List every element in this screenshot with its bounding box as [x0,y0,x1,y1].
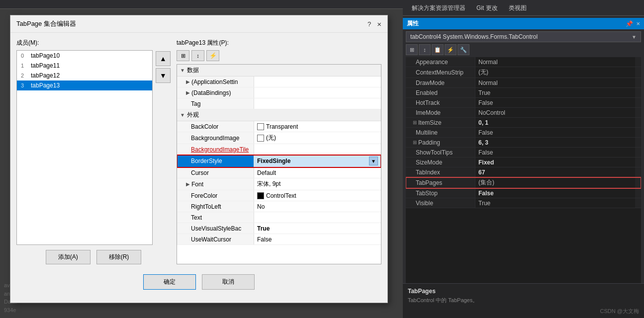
expand-icon-padding[interactable]: ⊞ [413,140,417,145]
vs-prop-value-contextmenu[interactable]: (无) [475,67,635,78]
member-item-0[interactable]: 0 tabPage10 [17,51,152,61]
borderstyle-dropdown[interactable]: ▼ [369,157,378,165]
vs-prop-name-visible: Visible [406,198,475,208]
ruler-horizontal [0,0,403,9]
vs-prop-value-drawmode[interactable]: Normal [475,78,635,87]
members-list[interactable]: 0 tabPage10 1 tabPage11 2 tabPage12 [16,50,153,245]
prop-value-font[interactable]: 宋体, 9pt [254,178,381,190]
vs-prop-name-enabled: Enabled [406,88,475,97]
expand-icon-databindings[interactable]: ▶ [186,90,190,95]
vs-prop-value-tabstop[interactable]: False [475,188,635,198]
member-actions: 添加(A) 移除(R) [16,250,171,264]
tab-solution-explorer[interactable]: 解决方案资源管理器 [407,2,470,15]
prop-value-usevisual[interactable]: True [254,223,381,234]
add-button[interactable]: 添加(A) [46,250,91,264]
prop-row-cursor: Cursor Default [177,167,381,178]
prop-row-font: ▶ Font 宋体, 9pt [177,178,381,190]
vs-alpha-btn[interactable]: ↕ [419,44,431,55]
expand-icon-itemsize[interactable]: ⊞ [413,120,417,125]
prop-group-data: ▼ 数据 [177,65,381,77]
vs-prop-value-itemsize[interactable]: 0, 1 [475,118,635,127]
props-toolbar: ⊞ ↕ ⚡ [177,50,381,61]
prop-value-appsettings[interactable] [254,77,381,87]
vs-prop-pages-btn[interactable]: 🔧 [458,44,469,55]
vs-prop-name-appearance: Appearance [406,57,475,67]
collection-editor-dialog: TabPage 集合编辑器 ? × 成员(M): [10,15,388,303]
prop-value-tag[interactable] [254,98,381,109]
prop-row-text: Text [177,212,381,223]
prop-name-font: ▶ Font [177,178,254,190]
vs-categorized-btn[interactable]: ⊞ [406,44,418,55]
dialog-title: TabPage 集合编辑器 [16,19,76,28]
vs-prop-value-tabindex[interactable]: 67 [475,167,635,177]
vs-prop-value-appearance[interactable]: Normal [475,57,635,67]
props-events-btn[interactable]: ⚡ [206,50,219,61]
props-grid[interactable]: ▼ 数据 ▶ (ApplicationSettin [177,64,381,264]
prop-value-righttoleft[interactable]: No [254,201,381,212]
ok-button[interactable]: 确定 [143,274,196,290]
vs-object-selector[interactable]: tabControl4 System.Windows.Forms.TabCont… [406,31,641,42]
vs-events-btn[interactable]: ⚡ [445,44,457,55]
vs-prop-value-imemode[interactable]: NoControl [475,108,635,117]
group-data-expand[interactable]: ▼ [180,68,185,73]
cancel-button[interactable]: 取消 [202,274,255,290]
prop-row-appsettings: ▶ (ApplicationSettin [177,77,381,87]
move-down-button[interactable]: ▼ [156,68,171,83]
vs-prop-row-drawmode: DrawMode Normal [406,78,641,88]
prop-value-backcolor[interactable]: Transparent [254,121,381,132]
tab-git-changes[interactable]: Git 更改 [471,2,503,15]
vs-prop-row-multiline: Multiline False [406,128,641,138]
prop-value-usewait[interactable]: False [254,234,381,244]
dialog-title-controls: ? × [368,20,381,28]
vs-prop-value-visible[interactable]: True [475,198,635,208]
member-item-2[interactable]: 2 tabPage12 [17,71,152,80]
prop-value-bgimage[interactable]: (无) [254,132,381,144]
prop-value-borderstyle[interactable]: FixedSingle ▼ [254,155,381,167]
vs-pin-icon[interactable]: 📌 [626,20,633,27]
expand-icon-appsettings[interactable]: ▶ [186,79,190,84]
member-name-2: tabPage12 [31,72,60,79]
member-item-3[interactable]: 3 tabPage13 [17,80,152,90]
prop-row-borderstyle: BorderStyle FixedSingle ▼ [177,155,381,167]
close-button[interactable]: × [377,20,381,28]
vs-prop-value-showtooltips[interactable]: False [475,148,635,157]
vs-prop-name-tabpages: TabPages [406,177,475,188]
vs-props-grid[interactable]: Appearance Normal ContextMenuStrip (无) D… [406,57,641,283]
remove-button[interactable]: 移除(R) [96,250,142,264]
prop-value-databindings[interactable] [254,87,381,98]
props-categorized-btn[interactable]: ⊞ [177,50,189,61]
help-button[interactable]: ? [368,20,371,28]
prop-value-bgimagelayout[interactable] [254,144,381,155]
expand-icon-font[interactable]: ▶ [186,181,190,187]
tab-class-view[interactable]: 类视图 [504,2,532,15]
prop-row-righttoleft: RightToLeft No [177,201,381,212]
member-item-1[interactable]: 1 tabPage11 [17,61,152,71]
vs-prop-row-padding: ⊞ Padding 6, 3 [406,138,641,148]
prop-name-appsettings: ▶ (ApplicationSettin [177,77,254,87]
vs-props-titlebar: 属性 📌 × [403,18,644,29]
prop-row-bgimage: BackgroundImage (无) [177,132,381,144]
vs-object-dropdown-arrow[interactable]: ▼ [632,34,637,40]
props-alpha-btn[interactable]: ↕ [191,50,204,61]
vs-top-tabs: 解决方案资源管理器 Git 更改 类视图 [403,0,644,16]
group-appearance-expand[interactable]: ▼ [180,112,185,118]
vs-prop-value-multiline[interactable]: False [475,128,635,137]
vs-prop-value-tabpages[interactable]: (集合) [475,177,635,188]
prop-value-forecolor[interactable]: ControlText [254,190,381,201]
move-up-button[interactable]: ▲ [156,51,171,66]
prop-name-backcolor: BackColor [177,121,254,132]
vs-close-icon[interactable]: × [636,20,640,27]
group-data-label: 数据 [187,66,199,75]
vs-props-btn[interactable]: 📋 [432,44,444,55]
vs-prop-row-appearance: Appearance Normal [406,57,641,67]
dialog-footer: 确定 取消 [16,270,381,292]
prop-row-usevisual: UseVisualStyleBac True [177,223,381,234]
vs-prop-value-padding[interactable]: 6, 3 [475,138,635,147]
vs-prop-value-sizemode[interactable]: Fixed [475,158,635,167]
vs-prop-value-hottrack[interactable]: False [475,98,635,107]
vs-prop-value-enabled[interactable]: True [475,88,635,97]
prop-value-text[interactable] [254,212,381,223]
prop-name-text: Text [177,212,254,223]
prop-value-cursor[interactable]: Default [254,167,381,178]
member-index-2: 2 [21,73,28,79]
